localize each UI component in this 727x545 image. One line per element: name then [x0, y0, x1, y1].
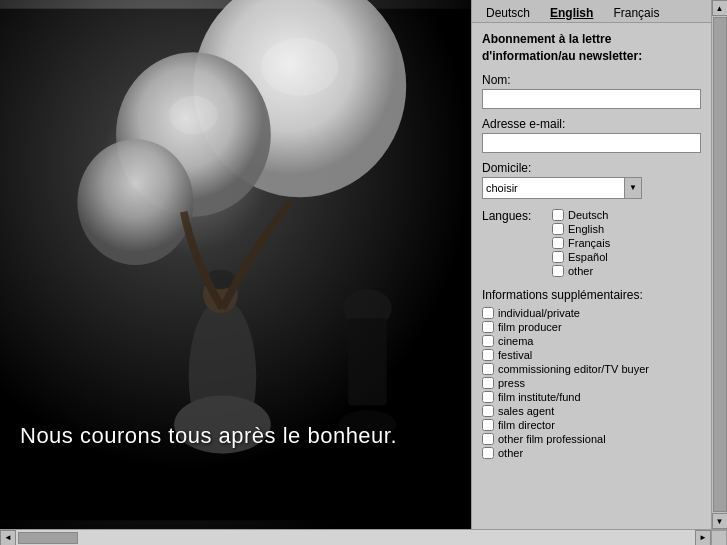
image-panel: Nous courons tous après le bonheur. [0, 0, 471, 529]
svg-point-13 [169, 96, 217, 135]
vertical-scrollbar: ▲ ▼ [711, 0, 727, 529]
svg-point-3 [77, 139, 193, 265]
horizontal-scrollbar: ◄ ► [0, 529, 727, 545]
info-cinema-item: cinema [482, 335, 701, 347]
lang-english-label: English [568, 223, 604, 235]
info-cinema-checkbox[interactable] [482, 335, 494, 347]
info-sales-agent-label: sales agent [498, 405, 554, 417]
tab-deutsch[interactable]: Deutsch [478, 4, 538, 22]
scroll-thumb[interactable] [713, 17, 727, 512]
tab-english[interactable]: English [542, 4, 601, 22]
lang-espanol-checkbox[interactable] [552, 251, 564, 263]
info-film-director-checkbox[interactable] [482, 419, 494, 431]
scroll-right-button[interactable]: ► [695, 530, 711, 546]
caption: Nous courons tous après le bonheur. [20, 423, 397, 449]
lang-espanol-label: Español [568, 251, 608, 263]
right-arrow-icon: ► [699, 533, 707, 542]
down-arrow-icon: ▼ [716, 517, 724, 526]
nom-input[interactable] [482, 89, 701, 109]
domicile-label: Domicile: [482, 161, 701, 175]
langues-label: Langues: [482, 209, 552, 277]
info-sales-agent-checkbox[interactable] [482, 405, 494, 417]
info-other-film-checkbox[interactable] [482, 433, 494, 445]
info-film-director-item: film director [482, 419, 701, 431]
lang-english-item: English [552, 223, 610, 235]
info-commissioning-label: commissioning editor/TV buyer [498, 363, 649, 375]
form-title: Abonnement à la lettre d'information/au … [482, 31, 701, 65]
info-other-label: other [498, 447, 523, 459]
lang-francais-checkbox[interactable] [552, 237, 564, 249]
langues-section: Langues: Deutsch English Français [482, 209, 701, 277]
left-arrow-icon: ◄ [4, 533, 12, 542]
hscroll-track [16, 530, 695, 545]
svg-rect-10 [348, 318, 387, 405]
domicile-wrapper: choisir Schweiz Deutschland Frankreich A… [482, 177, 642, 199]
scroll-left-button[interactable]: ◄ [0, 530, 16, 546]
scroll-down-button[interactable]: ▼ [712, 513, 728, 529]
info-press-checkbox[interactable] [482, 377, 494, 389]
tab-francais[interactable]: Français [605, 4, 667, 22]
info-film-institute-checkbox[interactable] [482, 391, 494, 403]
info-individual-checkbox[interactable] [482, 307, 494, 319]
scroll-up-button[interactable]: ▲ [712, 0, 728, 16]
info-film-producer-item: film producer [482, 321, 701, 333]
lang-deutsch-item: Deutsch [552, 209, 610, 221]
form-area: Abonnement à la lettre d'information/au … [472, 23, 711, 529]
info-other-checkbox[interactable] [482, 447, 494, 459]
lang-deutsch-checkbox[interactable] [552, 209, 564, 221]
info-press-label: press [498, 377, 525, 389]
sidebar-panel: Deutsch English Français Abonnement à la… [471, 0, 711, 529]
svg-rect-6 [203, 309, 242, 386]
hscroll-thumb[interactable] [18, 532, 78, 544]
info-label: Informations supplémentaires: [482, 287, 701, 304]
info-individual-item: individual/private [482, 307, 701, 319]
info-checkboxes: individual/private film producer cinema … [482, 307, 701, 459]
info-commissioning-item: commissioning editor/TV buyer [482, 363, 701, 375]
lang-espanol-item: Español [552, 251, 610, 263]
info-festival-checkbox[interactable] [482, 349, 494, 361]
lang-other-label: other [568, 265, 593, 277]
svg-point-12 [261, 38, 338, 96]
info-individual-label: individual/private [498, 307, 580, 319]
info-film-institute-label: film institute/fund [498, 391, 581, 403]
info-other-film-label: other film professional [498, 433, 606, 445]
info-commissioning-checkbox[interactable] [482, 363, 494, 375]
info-sales-agent-item: sales agent [482, 405, 701, 417]
info-other-item: other [482, 447, 701, 459]
info-film-institute-item: film institute/fund [482, 391, 701, 403]
langues-checkboxes: Deutsch English Français Español [552, 209, 610, 277]
info-film-director-label: film director [498, 419, 555, 431]
up-arrow-icon: ▲ [716, 4, 724, 13]
scrollbar-corner [711, 530, 727, 546]
info-other-film-item: other film professional [482, 433, 701, 445]
lang-francais-label: Français [568, 237, 610, 249]
nom-label: Nom: [482, 73, 701, 87]
lang-francais-item: Français [552, 237, 610, 249]
lang-english-checkbox[interactable] [552, 223, 564, 235]
info-festival-item: festival [482, 349, 701, 361]
lang-other-checkbox[interactable] [552, 265, 564, 277]
email-input[interactable] [482, 133, 701, 153]
info-cinema-label: cinema [498, 335, 533, 347]
email-label: Adresse e-mail: [482, 117, 701, 131]
info-festival-label: festival [498, 349, 532, 361]
domicile-select[interactable]: choisir Schweiz Deutschland Frankreich A… [482, 177, 642, 199]
lang-deutsch-label: Deutsch [568, 209, 608, 221]
info-press-item: press [482, 377, 701, 389]
language-tabs: Deutsch English Français [472, 0, 711, 23]
info-section: Informations supplémentaires: individual… [482, 287, 701, 460]
lang-other-item: other [552, 265, 610, 277]
info-film-producer-checkbox[interactable] [482, 321, 494, 333]
scene-illustration [0, 0, 471, 529]
info-film-producer-label: film producer [498, 321, 562, 333]
